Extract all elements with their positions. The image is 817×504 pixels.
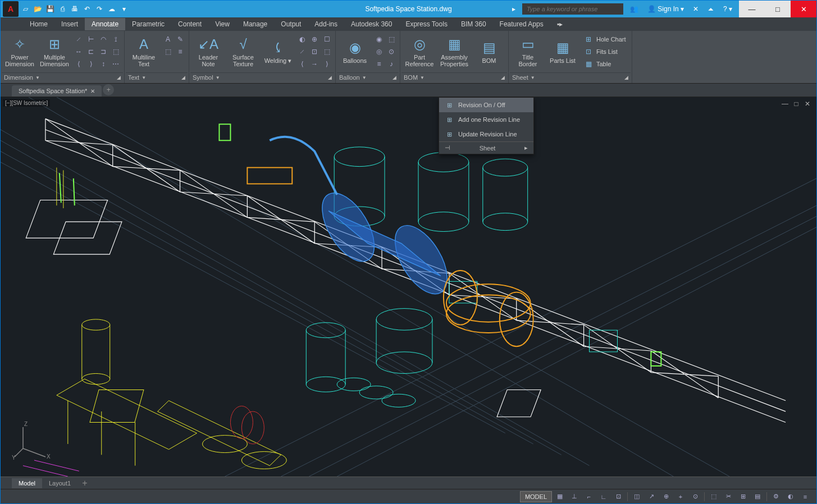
multiline-text-button[interactable]: AMultiline Text <box>127 33 161 71</box>
status-button-10[interactable]: ⬚ <box>707 491 720 502</box>
menu-tab-home[interactable]: Home <box>23 18 54 30</box>
menu-tab-featured-apps[interactable]: Featured Apps <box>493 18 550 30</box>
status-button-15[interactable]: ◐ <box>784 491 797 502</box>
status-button-0[interactable]: ▦ <box>553 491 567 502</box>
expand-icon[interactable]: ▸ <box>524 144 528 152</box>
qat-redo-icon[interactable]: ↷ <box>94 3 105 15</box>
document-tab[interactable]: Softpedia Space Station* ✕ <box>12 85 102 97</box>
small-tool-icon[interactable]: ≡ <box>174 45 186 58</box>
menu-tab-express-tools[interactable]: Express Tools <box>399 18 454 30</box>
small-tool-icon[interactable]: ♪ <box>385 58 398 70</box>
panel-label[interactable]: Sheet ▼◢ <box>510 72 631 82</box>
menu-tab-parametric[interactable]: Parametric <box>125 18 171 30</box>
welding-button[interactable]: ⤹Welding ▾ <box>261 33 295 71</box>
status-button-7[interactable]: ⊕ <box>659 491 673 502</box>
bom-button[interactable]: ▤BOM <box>472 33 506 71</box>
add-layout-button[interactable]: + <box>77 476 92 490</box>
small-tool-icon[interactable]: ≡ <box>373 58 385 70</box>
table-button[interactable]: ▦Table <box>581 58 629 70</box>
layout-tab-model[interactable]: Model <box>12 478 42 488</box>
panel-label[interactable]: Symbol ▼◢ <box>190 72 334 82</box>
status-button-4[interactable]: ⊡ <box>611 491 625 502</box>
panel-label[interactable]: BOM ▼◢ <box>401 72 507 82</box>
small-tool-icon[interactable]: ⟩ <box>321 58 333 70</box>
qat-new-icon[interactable]: ▱ <box>20 3 31 15</box>
qat-save-icon[interactable]: 💾 <box>44 3 56 15</box>
surface-texture-button[interactable]: √Surface Texture <box>226 33 260 71</box>
small-tool-icon[interactable]: ⟋ <box>296 45 308 58</box>
x-icon[interactable]: ✕ <box>691 5 701 13</box>
qat-dropdown-icon[interactable]: ▾ <box>118 3 130 15</box>
status-button-12[interactable]: ⊞ <box>736 491 750 502</box>
viewport-maximize-icon[interactable]: □ <box>792 99 801 108</box>
small-tool-icon[interactable]: ⬚ <box>109 45 122 58</box>
small-tool-icon[interactable]: ↕ <box>97 58 109 70</box>
panel-label[interactable]: Balloon ▼◢ <box>337 72 399 82</box>
small-tool-icon[interactable]: ◎ <box>373 45 385 58</box>
status-button-13[interactable]: ▤ <box>751 491 764 502</box>
status-button-8[interactable]: + <box>674 491 687 502</box>
small-tool-icon[interactable]: → <box>308 58 321 70</box>
status-button-6[interactable]: ↗ <box>645 491 658 502</box>
menu-item-add-one-revision-line[interactable]: ⊞Add one Revision Line <box>439 112 533 127</box>
power-dimension-button[interactable]: ✧Power Dimension <box>3 33 36 71</box>
small-tool-icon[interactable]: ◐ <box>296 33 308 45</box>
small-tool-icon[interactable]: ⊏ <box>85 45 97 58</box>
small-tool-icon[interactable]: ✎ <box>174 33 186 45</box>
menu-tab-content[interactable]: Content <box>171 18 208 30</box>
leader-note-button[interactable]: ↙ALeader Note <box>191 33 225 71</box>
close-button[interactable]: ✕ <box>791 1 816 17</box>
status-button-16[interactable]: ≡ <box>798 491 812 502</box>
small-tool-icon[interactable]: ⊙ <box>385 45 398 58</box>
menu-tab-add-ins[interactable]: Add-ins <box>308 18 344 30</box>
balloons-button[interactable]: ◉Balloons <box>338 33 372 71</box>
small-tool-icon[interactable]: ◠ <box>97 33 109 45</box>
drawing-viewport[interactable]: [−][SW Isometric] — □ ✕ ⊞Revision On / O… <box>1 97 816 476</box>
delta-icon[interactable]: ⏶ <box>705 5 716 13</box>
panel-label[interactable]: Text ▼◢ <box>126 72 188 82</box>
hole-chart-button[interactable]: ⊞Hole Chart <box>581 33 629 45</box>
small-tool-icon[interactable]: ⊡ <box>308 45 321 58</box>
small-tool-icon[interactable]: ⊢ <box>85 33 97 45</box>
qat-print-icon[interactable]: 🖶 <box>69 3 80 15</box>
status-button-5[interactable]: ◫ <box>630 491 643 502</box>
part-reference-button[interactable]: ◎Part Reference <box>403 33 436 71</box>
fits-list-button[interactable]: ⊡Fits List <box>581 45 629 58</box>
small-tool-icon[interactable]: ⬚ <box>385 33 398 45</box>
status-button-14[interactable]: ⚙ <box>769 491 783 502</box>
menu-item-update-revision-line[interactable]: ⊞Update Revision Line <box>439 127 533 141</box>
small-tool-icon[interactable]: ☐ <box>321 33 333 45</box>
menu-tab-annotate[interactable]: Annotate <box>85 18 125 30</box>
layout-tab-layout1[interactable]: Layout1 <box>42 478 77 488</box>
viewport-minimize-icon[interactable]: — <box>781 99 789 108</box>
menu-tab-autodesk-360[interactable]: Autodesk 360 <box>344 18 399 30</box>
small-tool-icon[interactable]: ◉ <box>373 33 385 45</box>
qat-saveas-icon[interactable]: ⎙ <box>57 3 68 15</box>
small-tool-icon[interactable]: ⟋ <box>72 33 85 45</box>
menu-tab-view[interactable]: View <box>208 18 236 30</box>
small-tool-icon[interactable]: ↔ <box>72 45 85 58</box>
menu-overflow-icon[interactable]: ▪▸ <box>550 18 569 30</box>
menu-tab-bim-360[interactable]: BIM 360 <box>454 18 493 30</box>
status-button-3[interactable]: ∟ <box>597 491 610 502</box>
pin-icon[interactable]: ⊣ <box>445 144 450 152</box>
model-space-button[interactable]: MODEL <box>520 491 552 502</box>
search-go-icon[interactable]: ▸ <box>510 5 518 13</box>
search-input[interactable] <box>522 3 623 15</box>
qat-cloud-icon[interactable]: ☁ <box>106 3 117 15</box>
app-menu-icon[interactable]: A <box>3 1 19 17</box>
dropdown-footer[interactable]: ⊣Sheet▸ <box>439 141 533 154</box>
qat-undo-icon[interactable]: ↶ <box>81 3 93 15</box>
menu-tab-manage[interactable]: Manage <box>236 18 274 30</box>
minimize-button[interactable]: — <box>739 1 765 17</box>
help-icon[interactable]: ? ▾ <box>721 5 734 13</box>
small-tool-icon[interactable]: ⬚ <box>321 45 333 58</box>
tab-close-icon[interactable]: ✕ <box>90 88 95 94</box>
exchange-icon[interactable]: 👥 <box>628 5 641 13</box>
panel-label[interactable]: Dimension ▼◢ <box>2 72 123 82</box>
menu-tab-output[interactable]: Output <box>274 18 308 30</box>
small-tool-icon[interactable]: A <box>162 33 174 45</box>
menu-item-revision-on-off[interactable]: ⊞Revision On / Off <box>439 98 533 112</box>
maximize-button[interactable]: □ <box>765 1 791 17</box>
small-tool-icon[interactable]: ⋯ <box>109 58 122 70</box>
